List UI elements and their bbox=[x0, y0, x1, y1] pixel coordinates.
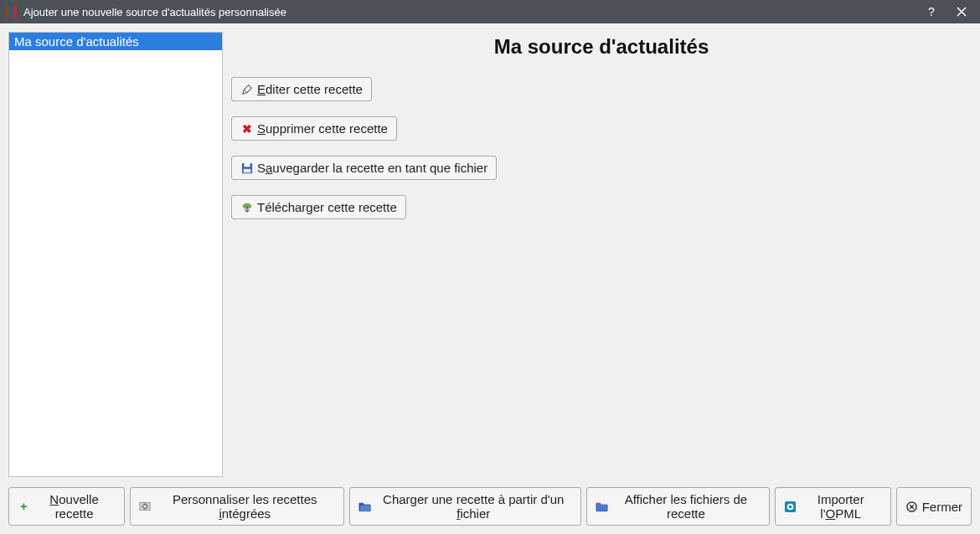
details-pane: Ma source d'actualités Editer cette rece… bbox=[231, 32, 972, 477]
delete-icon: ✖ bbox=[240, 122, 254, 136]
new-recipe-button[interactable]: + Nouvelle recette bbox=[8, 487, 125, 526]
folder-open-icon bbox=[358, 500, 371, 513]
button-label: Télécharger cette recette bbox=[257, 200, 397, 214]
button-label: Sauvegarder la recette en tant que fichi… bbox=[257, 161, 487, 175]
load-recipe-file-button[interactable]: Charger une recette à partir d'un fichie… bbox=[349, 487, 581, 526]
save-recipe-button[interactable]: Sauvegarder la recette en tant que fichi… bbox=[231, 156, 497, 180]
import-opml-button[interactable]: Importer l'OPML bbox=[775, 487, 891, 526]
button-label: Charger une recette à partir d'un fichie… bbox=[374, 492, 572, 521]
help-button[interactable]: ? bbox=[916, 0, 946, 23]
titlebar: Ajouter une nouvelle source d'actualités… bbox=[0, 0, 980, 23]
close-button[interactable]: Fermer bbox=[896, 487, 972, 526]
window-title: Ajouter une nouvelle source d'actualités… bbox=[23, 6, 286, 18]
plus-icon: + bbox=[18, 500, 29, 513]
app-icon bbox=[5, 4, 18, 19]
edit-recipe-button[interactable]: Editer cette recette bbox=[231, 77, 372, 101]
bottom-toolbar: + Nouvelle recette Personnaliser les rec… bbox=[8, 485, 972, 526]
close-window-button[interactable] bbox=[946, 0, 977, 23]
page-title: Ma source d'actualités bbox=[231, 35, 972, 59]
button-label: Personnaliser les recettes intégrées bbox=[154, 492, 335, 521]
list-item-label: Ma source d'actualités bbox=[14, 34, 139, 49]
close-icon bbox=[905, 500, 919, 513]
settings-icon bbox=[139, 500, 152, 513]
button-label: Editer cette recette bbox=[257, 82, 363, 96]
import-icon bbox=[784, 500, 797, 513]
button-label: Supprimer cette recette bbox=[257, 121, 388, 136]
download-icon bbox=[240, 201, 254, 214]
svg-rect-1 bbox=[245, 162, 250, 166]
button-label: Nouvelle recette bbox=[33, 492, 115, 521]
list-item[interactable]: Ma source d'actualités bbox=[9, 33, 222, 50]
customize-builtin-button[interactable]: Personnaliser les recettes intégrées bbox=[130, 487, 345, 526]
button-label: Fermer bbox=[922, 500, 962, 514]
show-recipe-files-button[interactable]: Afficher les fichiers de recette bbox=[586, 487, 770, 526]
folder-icon bbox=[596, 500, 608, 513]
svg-rect-2 bbox=[244, 168, 251, 172]
download-recipe-button[interactable]: Télécharger cette recette bbox=[231, 195, 406, 219]
save-icon bbox=[240, 162, 254, 175]
delete-recipe-button[interactable]: ✖ Supprimer cette recette bbox=[231, 116, 397, 141]
recipe-list[interactable]: Ma source d'actualités bbox=[8, 32, 223, 477]
svg-point-8 bbox=[788, 505, 792, 508]
button-label: Afficher les fichiers de recette bbox=[611, 492, 761, 521]
button-label: Importer l'OPML bbox=[800, 492, 882, 521]
edit-icon bbox=[240, 83, 254, 96]
